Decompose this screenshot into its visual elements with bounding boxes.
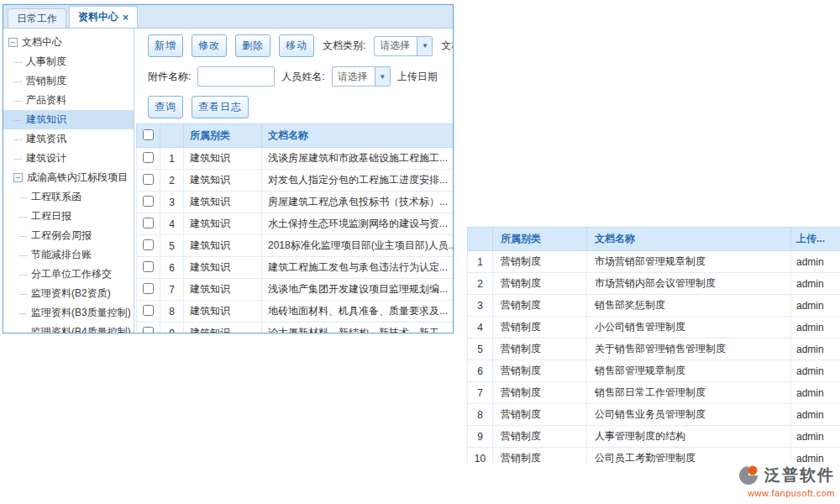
table-row[interactable]: 1建筑知识浅谈房屋建筑和市政基础设施工程施工... — [137, 148, 454, 170]
row-checkbox[interactable] — [143, 261, 154, 272]
row-checkbox[interactable] — [143, 196, 154, 207]
row-checkbox[interactable] — [143, 174, 154, 185]
checkbox-cell — [137, 301, 160, 323]
row-doc-name: 对发包人指定分包的工程施工进度安排... — [262, 170, 454, 192]
tree-root-label: 成渝高铁内江标段项目 — [27, 171, 128, 185]
marketing-documents-table: 所属别类 文档名称 上传... 1营销制度市场营销部管理规章制度admin2营销… — [467, 227, 840, 463]
row-category: 建筑知识 — [184, 170, 262, 192]
row-number: 1 — [160, 148, 184, 170]
collapse-minus-icon[interactable]: − — [8, 38, 18, 47]
tab-label: 日常工作 — [17, 12, 57, 26]
row-doc-name: 公司销售业务员管理制度 — [587, 404, 791, 426]
table-row[interactable]: 5建筑知识2018标准化监理项目部(业主项目部)人员... — [137, 235, 454, 257]
table-row[interactable]: 5营销制度关于销售部管理销售管理制度admin — [468, 339, 840, 360]
table-row[interactable]: 9建筑知识论大厦新材料、新结构、新技术、新工... — [137, 323, 454, 334]
row-number: 3 — [160, 192, 184, 213]
table-row[interactable]: 3营销制度销售部奖惩制度admin — [468, 295, 840, 317]
row-category: 营销制度 — [493, 251, 587, 273]
table-row[interactable]: 1营销制度市场营销部管理规章制度admin — [468, 251, 840, 273]
row-category: 建筑知识 — [184, 279, 262, 301]
number-header — [468, 228, 493, 251]
tree-item[interactable]: 建筑设计 — [3, 149, 134, 168]
chevron-down-icon: ▼ — [375, 67, 390, 86]
row-category: 营销制度 — [493, 273, 587, 295]
row-number: 6 — [468, 360, 493, 382]
edit-button[interactable]: 修改 — [192, 34, 227, 57]
row-number: 2 — [160, 170, 184, 192]
row-number: 4 — [160, 213, 184, 235]
table-row[interactable]: 10营销制度公司员工考勤管理制度admin — [468, 448, 840, 464]
table-row[interactable]: 6建筑知识建筑工程施工发包与承包违法行为认定... — [137, 257, 454, 279]
tree-item[interactable]: 分工单位工作移交 — [3, 265, 134, 284]
row-category: 建筑知识 — [184, 192, 262, 213]
table-row[interactable]: 7建筑知识浅谈地产集团开发建设项目监理规划编... — [137, 279, 454, 301]
row-checkbox[interactable] — [143, 239, 154, 250]
row-doc-name: 地砖地面材料、机具准备、质量要求及... — [262, 301, 454, 323]
table-row[interactable]: 6营销制度销售部管理规章制度admin — [468, 360, 840, 382]
view-log-button[interactable]: 查看日志 — [192, 96, 249, 118]
checkbox-cell — [137, 235, 160, 257]
row-checkbox[interactable] — [143, 327, 154, 334]
tree-item[interactable]: 监理资料(B3质量控制) — [3, 303, 134, 323]
checkbox-cell — [137, 257, 160, 279]
person-name-select[interactable]: 请选择 ▼ — [332, 66, 391, 87]
row-doc-name: 2018标准化监理项目部(业主项目部)人员... — [262, 235, 454, 257]
add-button[interactable]: 新增 — [148, 34, 183, 57]
attachment-name-input[interactable] — [197, 66, 275, 87]
table-row[interactable]: 3建筑知识房屋建筑工程总承包投标书（技术标）... — [137, 192, 454, 213]
table-row[interactable]: 8营销制度公司销售业务员管理制度admin — [468, 404, 840, 426]
delete-button[interactable]: 删除 — [235, 34, 270, 57]
table-row[interactable]: 9营销制度人事管理制度的结构admin — [468, 426, 840, 448]
document-tree: −文档中心人事制度营销制度产品资料建筑知识建筑资讯建筑设计−成渝高铁内江标段项目… — [3, 29, 134, 333]
tab-daily-work[interactable]: 日常工作 — [8, 8, 66, 28]
select-all-checkbox[interactable] — [143, 129, 154, 140]
row-category: 建筑知识 — [184, 235, 262, 257]
row-checkbox[interactable] — [143, 283, 154, 294]
row-uploader: admin — [791, 317, 840, 339]
table-row[interactable]: 8建筑知识地砖地面材料、机具准备、质量要求及... — [137, 301, 454, 323]
upload-date-label: 上传日期 — [397, 70, 438, 84]
row-doc-name: 销售部管理规章制度 — [587, 360, 791, 382]
tree-item[interactable]: 工程联系函 — [3, 187, 134, 207]
table-row[interactable]: 4建筑知识水土保持生态环境监测网络的建设与资... — [137, 213, 454, 235]
tree-item[interactable]: 工程日报 — [3, 207, 134, 226]
table-row[interactable]: 2营销制度市场营销内部会议管理制度admin — [468, 273, 840, 295]
close-icon[interactable]: × — [123, 13, 129, 23]
tree-item[interactable]: 监理资料(B2资质) — [3, 284, 134, 303]
documents-table: 所属别类 文档名称 1建筑知识浅谈房屋建筑和市政基础设施工程施工...2建筑知识… — [136, 123, 453, 333]
category-header: 所属别类 — [493, 228, 587, 251]
row-doc-name: 关于销售部管理销售管理制度 — [587, 339, 791, 360]
query-button[interactable]: 查询 — [148, 96, 183, 118]
tree-item[interactable]: 建筑知识 — [3, 110, 134, 129]
logo-url: www.fanpusoft.com — [738, 488, 835, 498]
row-uploader: admin — [791, 251, 840, 273]
tree-item[interactable]: 监理资料(B4质量控制) — [3, 323, 134, 333]
table-row[interactable]: 4营销制度小公司销售管理制度admin — [468, 317, 840, 339]
tree-item[interactable]: 产品资料 — [3, 91, 134, 110]
table-row[interactable]: 7营销制度销售部日常工作管理制度admin — [468, 382, 840, 404]
move-button[interactable]: 移动 — [279, 34, 314, 57]
row-checkbox[interactable] — [143, 218, 154, 228]
row-checkbox[interactable] — [143, 305, 154, 316]
tree-item[interactable]: 工程例会周报 — [3, 226, 134, 245]
checkbox-cell — [137, 213, 160, 235]
collapse-minus-icon[interactable]: − — [13, 173, 23, 182]
row-number: 4 — [468, 317, 493, 339]
tree-item[interactable]: 人事制度 — [3, 52, 134, 71]
tree-root-node[interactable]: −文档中心 — [3, 33, 134, 52]
tree-item[interactable]: 营销制度 — [3, 71, 134, 91]
row-category: 建筑知识 — [184, 323, 262, 334]
table-row[interactable]: 2建筑知识对发包人指定分包的工程施工进度安排... — [137, 170, 454, 192]
tree-root-node[interactable]: −成渝高铁内江标段项目 — [3, 168, 134, 187]
tree-item[interactable]: 建筑资讯 — [3, 129, 134, 149]
tree-item[interactable]: 节能减排台账 — [3, 245, 134, 265]
doc-category-select[interactable]: 请选择 ▼ — [374, 36, 433, 56]
tab-data-center[interactable]: 资料中心 × — [69, 6, 138, 28]
row-doc-name: 市场营销内部会议管理制度 — [587, 273, 791, 295]
row-checkbox[interactable] — [143, 152, 154, 163]
toolbar-filters: 附件名称: 人员姓名: 请选择 ▼ 上传日期 — [134, 66, 453, 87]
desktop: 日常工作 资料中心 × −文档中心人事制度营销制度产品资料建筑知识建筑资讯建筑设… — [0, 0, 840, 504]
checkbox-cell — [137, 279, 160, 301]
row-doc-name: 房屋建筑工程总承包投标书（技术标）... — [262, 192, 454, 213]
row-number: 5 — [468, 339, 493, 360]
